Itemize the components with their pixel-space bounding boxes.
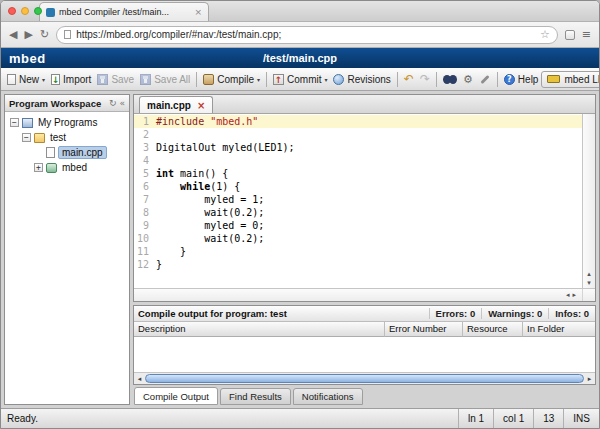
editor-column: main.cpp × 1#include "mbed.h"23DigitalOu… (133, 94, 596, 405)
code-line[interactable]: 4 (134, 154, 582, 167)
forward-icon[interactable]: ▶ (24, 29, 32, 40)
line-text: myled = 0; (156, 219, 264, 232)
tree-item-my-programs[interactable]: −My Programs (8, 115, 129, 130)
column-header-resource[interactable]: Resource (463, 322, 523, 337)
line-number: 7 (134, 193, 156, 206)
close-window-button[interactable] (8, 7, 16, 15)
editor-tab-label: main.cpp (147, 100, 191, 111)
close-tab-icon[interactable]: × (197, 100, 205, 111)
workspace-tree: −My Programs−testmain.cpp+mbed (5, 112, 129, 404)
column-header-error-number[interactable]: Error Number (385, 322, 463, 337)
browser-menu-icon[interactable]: ≡ (582, 29, 591, 40)
status-bar: Ready. ln 1col 113INS (1, 408, 599, 428)
line-text: wait(0.2); (156, 232, 264, 245)
tree-item-label: test (48, 132, 68, 143)
minimize-window-button[interactable] (21, 7, 29, 15)
ide-toolbar: New ▾ Import Save Save All Compile ▾ Com… (1, 68, 599, 91)
extension-icon[interactable] (565, 30, 575, 40)
save-all-button[interactable]: Save All (137, 72, 193, 87)
reload-icon[interactable]: ↻ (40, 29, 49, 40)
page-icon (64, 30, 71, 39)
mbed-logo[interactable]: mbed (1, 51, 46, 66)
editor-tab-main-cpp[interactable]: main.cpp × (139, 96, 213, 113)
back-icon[interactable]: ◀ (9, 29, 17, 40)
code-line[interactable]: 11 } (134, 245, 582, 258)
tree-item-mbed[interactable]: +mbed (8, 160, 129, 175)
device-selector[interactable]: mbed LPC1768 (541, 71, 599, 88)
wrench-icon (479, 73, 491, 85)
revisions-icon (333, 74, 344, 85)
scroll-up-icon[interactable]: ▴ (587, 270, 591, 279)
code-line[interactable]: 1#include "mbed.h" (134, 115, 582, 128)
undo-button[interactable]: ↶ (401, 71, 417, 87)
code-line[interactable]: 5int main() { (134, 167, 582, 180)
browser-tab-strip: mbed Compiler /test/main... × (1, 1, 599, 22)
line-number: 3 (134, 141, 156, 154)
window-controls (8, 7, 42, 15)
output-horizontal-scrollbar[interactable]: ◂ ▸ (134, 372, 595, 384)
help-icon: ? (504, 74, 515, 85)
code-line[interactable]: 3DigitalOut myled(LED1); (134, 141, 582, 154)
mbed-header: mbed /test/main.cpp (1, 48, 599, 68)
code-line[interactable]: 9 myled = 0; (134, 219, 582, 232)
output-table-body (134, 337, 595, 372)
tab-close-icon[interactable]: × (194, 7, 202, 17)
revisions-button[interactable]: Revisions (330, 72, 393, 87)
editor-vertical-scrollbar[interactable]: ▴ ▾ (582, 114, 595, 288)
line-text: #include "mbed.h" (156, 115, 258, 128)
compile-button[interactable]: Compile ▾ (200, 72, 263, 87)
column-header-description[interactable]: Description (134, 322, 385, 337)
scroll-down-icon[interactable]: ▾ (587, 279, 591, 288)
scroll-left-icon[interactable]: ◂ (135, 375, 144, 383)
code-line[interactable]: 12} (134, 258, 582, 271)
editor-horizontal-scrollbar[interactable]: ◂ ▸ (134, 288, 595, 301)
collapse-panel-icon[interactable]: « (119, 98, 125, 108)
code-line[interactable]: 10 wait(0.2); (134, 232, 582, 245)
scroll-right-icon[interactable]: ▸ (585, 375, 594, 383)
status-cells: ln 1col 113INS (458, 409, 599, 428)
scrollbar-thumb[interactable] (145, 374, 584, 383)
collapse-icon[interactable]: − (10, 118, 19, 127)
tools-button[interactable] (476, 71, 494, 87)
scroll-left-icon[interactable]: ◂ (566, 291, 570, 300)
compile-output-panel: Compile output for program: test Errors:… (133, 305, 596, 385)
code-editor: main.cpp × 1#include "mbed.h"23DigitalOu… (133, 94, 596, 302)
address-bar: ◀ ▶ ↻ https://mbed.org/compiler/#nav:/te… (1, 22, 599, 48)
tree-item-main-cpp[interactable]: main.cpp (8, 145, 129, 160)
main-area: Program Workspace ↻ « −My Programs−testm… (1, 91, 599, 408)
format-button[interactable]: ⚙ (460, 72, 476, 87)
tab-compile-output[interactable]: Compile Output (134, 387, 218, 405)
refresh-tree-icon[interactable]: ↻ (109, 98, 117, 108)
code-line[interactable]: 6 while(1) { (134, 180, 582, 193)
code-lines[interactable]: 1#include "mbed.h"23DigitalOut myled(LED… (134, 114, 582, 288)
browser-tab[interactable]: mbed Compiler /test/main... × (39, 2, 209, 21)
line-number: 5 (134, 167, 156, 180)
commit-button[interactable]: Commit ▾ (270, 72, 330, 87)
computer-icon (22, 118, 33, 128)
bookmark-star-icon[interactable]: ☆ (540, 28, 550, 41)
code-line[interactable]: 2 (134, 128, 582, 141)
tab-notifications[interactable]: Notifications (293, 388, 363, 405)
zoom-window-button[interactable] (34, 7, 42, 15)
line-text: DigitalOut myled(LED1); (156, 141, 294, 154)
tab-find-results[interactable]: Find Results (220, 388, 291, 405)
save-button[interactable]: Save (94, 72, 137, 87)
code-line[interactable]: 7 myled = 1; (134, 193, 582, 206)
code-line[interactable]: 8 wait(0.2); (134, 206, 582, 219)
line-text: wait(0.2); (156, 206, 264, 219)
column-header-in-folder[interactable]: In Folder (523, 322, 595, 337)
address-input[interactable]: https://mbed.org/compiler/#nav:/test/mai… (56, 26, 558, 44)
tree-item-test[interactable]: −test (8, 130, 129, 145)
revisions-label: Revisions (347, 74, 390, 85)
line-number: 10 (134, 232, 156, 245)
new-button[interactable]: New ▾ (4, 72, 48, 87)
import-button[interactable]: Import (48, 72, 94, 87)
import-icon (51, 74, 60, 85)
expand-icon[interactable]: + (34, 163, 43, 172)
redo-button[interactable]: ↷ (417, 71, 433, 87)
help-button[interactable]: ? Help (501, 72, 542, 87)
editor-tab-bar: main.cpp × (134, 95, 595, 114)
collapse-icon[interactable]: − (22, 133, 31, 142)
scroll-right-icon[interactable]: ▸ (572, 291, 576, 300)
find-button[interactable] (440, 73, 460, 86)
